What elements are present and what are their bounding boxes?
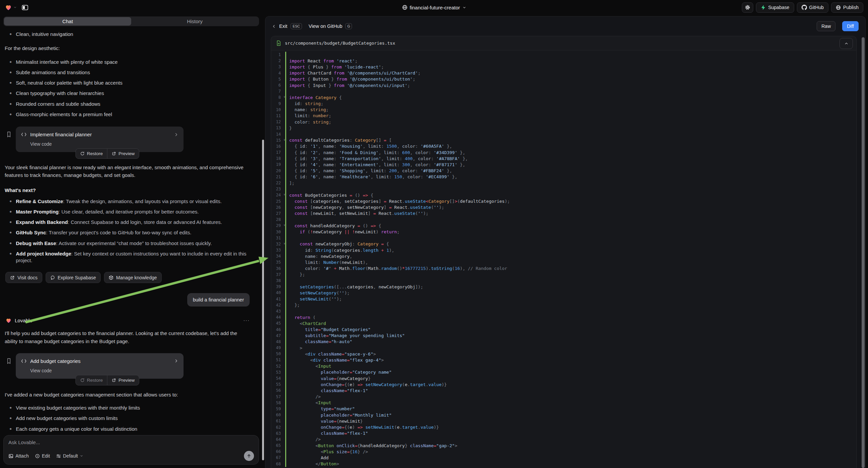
- chat-scrollbar-thumb[interactable]: [262, 140, 264, 460]
- sidebar-toggle-button[interactable]: [20, 2, 30, 12]
- code-line: 23: [271, 186, 856, 192]
- code-line: 64 />: [271, 436, 856, 442]
- code-line: 49 >: [271, 345, 856, 351]
- version-card-implement-financial-planner[interactable]: Implement financial planner View code Re…: [16, 126, 184, 152]
- code-icon: [21, 359, 27, 363]
- list-item: ●Add project knowledge: Set key context …: [9, 251, 250, 264]
- supabase-icon: [761, 5, 766, 10]
- publish-button[interactable]: Publish: [831, 2, 863, 13]
- list-item: ●Rounded corners and subtle shadows: [9, 101, 250, 108]
- github-label: GitHub: [809, 5, 824, 10]
- manage-knowledge-button[interactable]: Manage knowledge: [104, 272, 161, 283]
- code-line: 58 <Input: [271, 400, 856, 406]
- code-editor[interactable]: 12import React from 'react';3import { Pl…: [271, 50, 856, 468]
- image-icon: [8, 454, 13, 459]
- code-line: 12 color: string;: [271, 119, 856, 125]
- list-item: ●Debug with Ease: Activate our experimen…: [9, 240, 250, 247]
- assistant-help-text: I'll help you add budget categories to t…: [5, 329, 250, 345]
- code-line: 17 { id: '2', name: 'Food & Dining', lim…: [271, 149, 856, 155]
- model-default-dropdown[interactable]: Default: [56, 453, 83, 459]
- code-line: 33 id: String(categories.length + 1),: [271, 247, 856, 253]
- list-item: ●Minimalist interface with plenty of whi…: [9, 59, 250, 65]
- next-steps-list: ●Refine & Customize: Tweak the design, a…: [5, 198, 250, 264]
- edit-mode-button[interactable]: Edit: [35, 453, 50, 459]
- g-keycap: G: [345, 23, 352, 29]
- chat-message-list[interactable]: ● Clean, intuitive navigation For the de…: [0, 26, 265, 468]
- list-item: ●Soft, neutral color palette with light …: [9, 80, 250, 86]
- code-line: 20 { id: '5', name: 'Shopping', limit: 2…: [271, 168, 856, 174]
- code-line: 34 name: newCategory,: [271, 253, 856, 259]
- code-line: 46 title="Budget Categories": [271, 326, 856, 332]
- exit-button[interactable]: Exit ESC: [272, 23, 302, 29]
- restore-icon: [80, 378, 85, 382]
- explore-supabase-button[interactable]: Explore Supabase: [45, 272, 101, 283]
- code-line: 11 limit: number;: [271, 113, 856, 119]
- code-line: 57 />: [271, 394, 856, 400]
- code-line: 63 className="flex-1": [271, 430, 856, 436]
- package-icon: [109, 275, 114, 280]
- list-item: ●Master Prompting: Use clear, detailed, …: [9, 208, 250, 215]
- list-item: ●Add new budget categories with custom l…: [9, 415, 250, 422]
- file-added-icon: [276, 40, 281, 46]
- lovable-logo-menu[interactable]: [5, 4, 17, 11]
- bookmark-icon[interactable]: [6, 131, 12, 152]
- code-line: 66 <Plus size={16} />: [271, 448, 856, 455]
- code-line: 36 color: '#' + Math.floor(Math.random()…: [271, 266, 856, 272]
- code-line: 29∨ const handleAddCategory = () => {: [271, 223, 856, 229]
- globe-icon: [836, 5, 841, 10]
- restore-button[interactable]: Restore: [76, 149, 107, 158]
- code-line: 26 const [newCategory, setNewCategory] =…: [271, 204, 856, 210]
- more-menu-button[interactable]: ···: [243, 318, 250, 324]
- send-button[interactable]: [244, 451, 254, 461]
- whats-next-heading: What's next?: [5, 187, 250, 193]
- chevron-down-icon: [462, 6, 466, 9]
- view-code-link[interactable]: View code: [30, 368, 178, 373]
- code-line: 54 value={newCategory}: [271, 375, 856, 381]
- code-line: 61 value={newLimit}: [271, 418, 856, 424]
- code-line: 22];: [271, 180, 856, 186]
- bullet-dot: ●: [9, 31, 12, 38]
- tab-history[interactable]: History: [131, 17, 258, 26]
- raw-toggle-button[interactable]: Raw: [817, 21, 835, 31]
- code-line: 48 className="h-auto": [271, 339, 856, 345]
- diff-toggle-button[interactable]: Diff: [842, 21, 859, 31]
- code-line: 2import React from 'react';: [271, 58, 856, 64]
- top-bar: financial-future-creator Supabase GitHub…: [0, 0, 868, 15]
- project-switcher[interactable]: financial-future-creator: [402, 0, 466, 15]
- agent-name: Lovable: [15, 318, 33, 323]
- arrow-up-icon: [247, 454, 251, 458]
- ask-lovable-input[interactable]: [8, 439, 254, 451]
- chevron-down-icon: [80, 454, 83, 458]
- bookmark-icon[interactable]: [6, 358, 12, 379]
- view-code-link[interactable]: View code: [30, 141, 178, 147]
- project-icon: [402, 5, 407, 10]
- github-button[interactable]: GitHub: [797, 2, 829, 13]
- attach-button[interactable]: Attach: [8, 453, 29, 459]
- version-card-add-budget-categories[interactable]: Add budget categories View code Restore: [16, 353, 184, 379]
- restore-button[interactable]: Restore: [76, 375, 107, 385]
- file-header[interactable]: src/components/budget/BudgetCategories.t…: [271, 36, 856, 50]
- code-line: 68 </Button>: [271, 461, 856, 467]
- visit-docs-button[interactable]: Visit docs: [5, 272, 42, 283]
- code-line: 15∨const defaultCategories: Category[] =…: [271, 137, 856, 143]
- tab-chat[interactable]: Chat: [4, 17, 131, 26]
- chat-history-tabs: Chat History: [3, 17, 259, 26]
- list-item: ●Glass-morphic elements for a premium fe…: [9, 111, 250, 118]
- list-item: ● Clean, intuitive navigation: [9, 31, 250, 38]
- code-line: 44 return (: [271, 314, 856, 320]
- supabase-button[interactable]: Supabase: [756, 2, 794, 13]
- project-name: financial-future-creator: [410, 5, 460, 10]
- view-on-github-button[interactable]: View on GitHub G: [309, 23, 352, 29]
- preview-button[interactable]: Preview: [107, 149, 139, 158]
- gear-icon: [745, 5, 750, 10]
- collapse-file-button[interactable]: [839, 38, 853, 49]
- chevron-right-icon: [174, 359, 178, 363]
- version-card-row: Implement financial planner View code Re…: [6, 126, 250, 152]
- list-item: ●View existing budget categories with th…: [9, 405, 250, 411]
- settings-button[interactable]: [742, 2, 753, 13]
- design-bullet-list: ●Minimalist interface with plenty of whi…: [5, 59, 250, 118]
- restore-preview-pill: Restore Preview: [75, 375, 139, 385]
- code-line: 39 setCategories([...categories, newCate…: [271, 284, 856, 290]
- code-scrollbar-thumb[interactable]: [862, 37, 865, 468]
- preview-button[interactable]: Preview: [107, 375, 139, 385]
